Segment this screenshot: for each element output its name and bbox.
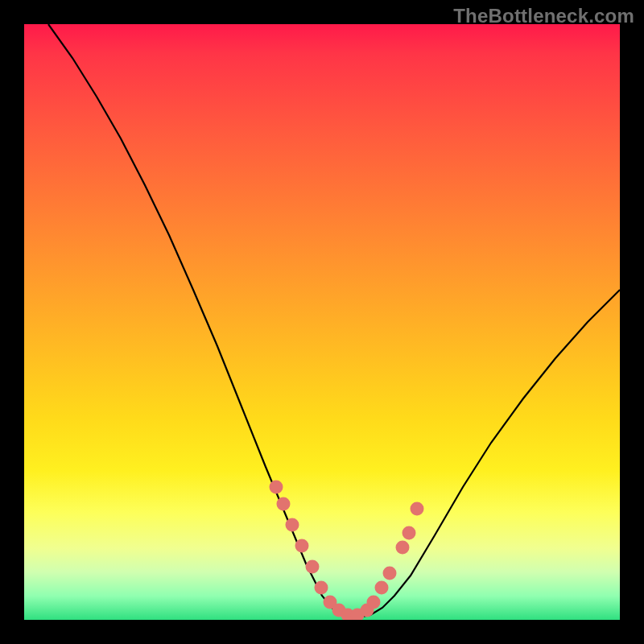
- plot-area: [24, 24, 620, 620]
- watermark-text: TheBottleneck.com: [453, 5, 634, 27]
